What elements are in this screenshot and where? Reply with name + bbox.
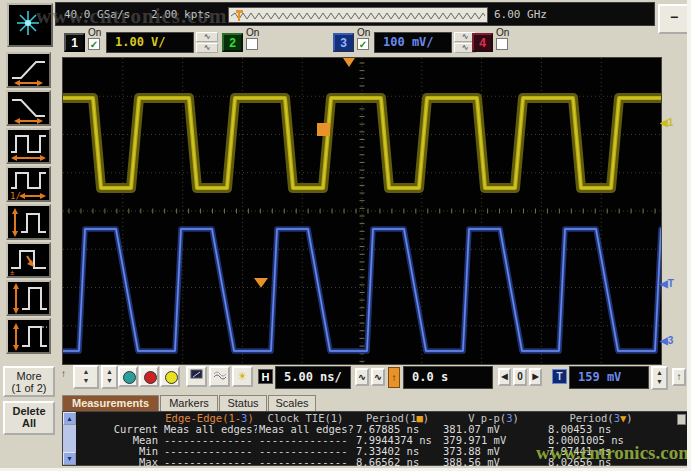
position-right-button[interactable]: ▶ <box>529 368 542 386</box>
measurement-value: 388.56 mV <box>441 457 546 468</box>
channel-bar: 1 On ✓ 1.00 V/ ∿ ∿ 2 On 3 On ✓ 100 mV/ ∿… <box>55 26 691 56</box>
tab-markers[interactable]: Markers <box>160 395 218 411</box>
waveform-display[interactable] <box>62 57 662 365</box>
channel-1-ground-marker[interactable]: ◀1 <box>660 116 690 130</box>
position-zero-button[interactable]: 0 <box>513 368 527 386</box>
svg-text:±: ± <box>10 268 15 276</box>
persistence-button[interactable] <box>209 366 230 387</box>
measurement-sidebar: 1/ ± More (1 of 2) Delete All <box>0 46 58 471</box>
scroll-down-button[interactable]: ▼ <box>63 452 76 465</box>
fall-time-button[interactable] <box>6 90 51 126</box>
measurement-value: 8.66562 ns <box>354 457 441 468</box>
measurement-value: 373.88 mV <box>441 446 546 457</box>
measurement-value: -------------- <box>162 435 257 446</box>
table-scrollbar-corner <box>677 414 686 425</box>
column-header[interactable]: Edge-Edge(1-3) <box>162 413 257 424</box>
channel-1-on-label: On <box>88 27 101 38</box>
clear-display-button[interactable]: ☀ <box>232 366 253 387</box>
channel-3-checkbox[interactable]: ✓ <box>357 38 369 50</box>
vertical-offset-stepper[interactable]: ▲▼ <box>101 365 118 389</box>
channel-4-on-label: On <box>496 27 509 38</box>
trigger-level-field[interactable]: 159 mV <box>569 366 649 389</box>
channel-1-scale-field[interactable]: 1.00 V/ <box>106 32 194 53</box>
horizontal-position-icon[interactable]: ↑ <box>388 367 400 388</box>
channel-2-checkbox[interactable] <box>246 38 258 50</box>
measurement-value: Meas all edges? <box>257 424 354 435</box>
measurement-value: -------------- <box>162 457 257 468</box>
measurement-value: Meas all edges? <box>162 424 257 435</box>
channel-3-ground-marker[interactable]: ◀3 <box>660 334 690 348</box>
measurement-value: 7.97441 ns <box>546 446 656 457</box>
measurement-value: 7.67885 ns <box>354 424 441 435</box>
measurement-value: 7.9944374 ns <box>354 435 441 446</box>
timebase-field[interactable]: 5.00 ns/ <box>275 366 351 389</box>
delete-all-button[interactable]: Delete All <box>3 401 55 435</box>
waveform-shape-icon[interactable]: ∿ <box>196 43 218 53</box>
tab-status[interactable]: Status <box>219 395 267 411</box>
brightness-icon: ☀ <box>238 370 248 382</box>
measurement-value: -------------- <box>257 435 354 446</box>
waveform-shape-icon[interactable]: ∿ <box>196 32 218 42</box>
trigger-level-stepper[interactable]: ▲▼ <box>651 366 668 390</box>
v-pp-button[interactable] <box>6 280 51 316</box>
table-scrollbar[interactable]: ▲ ▼ <box>63 412 76 465</box>
marker-color-red-button[interactable] <box>139 366 159 387</box>
channel-1-button[interactable]: 1 <box>64 33 85 52</box>
overshoot-button[interactable]: ± <box>6 242 51 278</box>
measurement-value: -------------- <box>162 446 257 457</box>
snowflake-icon <box>9 5 47 41</box>
column-header[interactable]: Period(1■) <box>354 413 441 424</box>
bandwidth: 6.00 GHz <box>494 8 547 21</box>
waveform-plot <box>63 58 661 364</box>
channel-4-checkbox[interactable] <box>496 38 508 50</box>
scroll-up-button[interactable]: ▲ <box>63 412 76 425</box>
tab-measurements[interactable]: Measurements <box>62 395 159 411</box>
marker-color-yellow-button[interactable] <box>160 366 180 387</box>
trigger-icon: T <box>552 369 567 384</box>
channel-4-button[interactable]: 4 <box>472 33 493 52</box>
red-circle-icon <box>144 371 157 384</box>
column-header[interactable]: Clock TIE(1) <box>257 413 354 424</box>
infiniium-logo[interactable] <box>7 3 53 47</box>
period-button[interactable] <box>6 128 51 164</box>
marker-color-teal-button[interactable] <box>118 366 138 387</box>
yellow-circle-icon <box>165 371 178 384</box>
more-button[interactable]: More (1 of 2) <box>3 366 55 397</box>
measurement-value: 8.02656 ns <box>546 457 656 468</box>
frequency-button[interactable]: 1/ <box>6 166 51 202</box>
v-top-base-button[interactable] <box>6 318 51 354</box>
trigger-slope-button[interactable]: ↑ <box>672 368 686 386</box>
timebase-coarse-button[interactable]: ∿ <box>371 368 385 386</box>
measurement-value: 381.07 mV <box>441 424 546 435</box>
trigger-time-marker <box>343 58 355 67</box>
memory-depth: 2.00 kpts <box>151 8 211 21</box>
horizontal-position-field[interactable]: 0.0 s <box>403 366 493 389</box>
status-bar: 40.0 GSa/s 2.00 kpts 6.00 GHz <box>55 2 655 26</box>
row-label: Max <box>76 457 162 468</box>
display-settings-button[interactable] <box>186 366 207 387</box>
position-left-button[interactable]: ◀ <box>498 368 511 386</box>
persistence-icon <box>213 369 226 380</box>
vertical-scale-stepper[interactable]: ▲▼ <box>73 365 99 389</box>
v-amplitude-button[interactable] <box>6 204 51 240</box>
channel-2-on-label: On <box>246 27 259 38</box>
acquisition-timeline[interactable] <box>228 7 488 23</box>
column-header[interactable]: V p-p(3) <box>441 413 546 424</box>
measurement-row: Max----------------------------8.66562 n… <box>76 457 676 468</box>
column-header[interactable]: Period(3▼) <box>546 413 656 424</box>
measurement-value: 8.0001005 ns <box>546 435 656 446</box>
tab-scales[interactable]: Scales <box>268 395 316 411</box>
oscilloscope-screen: 40.0 GSa/s 2.00 kpts 6.00 GHz − 1 On ✓ 1… <box>0 0 691 471</box>
channel-3-scale-field[interactable]: 100 mV/ <box>374 32 452 53</box>
measurement-value: 8.00453 ns <box>546 424 656 435</box>
trigger-level-marker[interactable]: ◀T <box>660 277 690 291</box>
timebase-fine-button[interactable]: ∿ <box>355 368 369 386</box>
measurement-row: Mean----------------------------7.994437… <box>76 435 676 446</box>
teal-circle-icon <box>123 371 136 384</box>
channel-3-button[interactable]: 3 <box>333 33 354 52</box>
measurement-value: -------------- <box>257 457 354 468</box>
measurement-square-marker <box>317 123 330 136</box>
rise-time-button[interactable] <box>6 52 51 88</box>
channel-1-checkbox[interactable]: ✓ <box>88 38 100 50</box>
channel-2-button[interactable]: 2 <box>222 33 243 52</box>
